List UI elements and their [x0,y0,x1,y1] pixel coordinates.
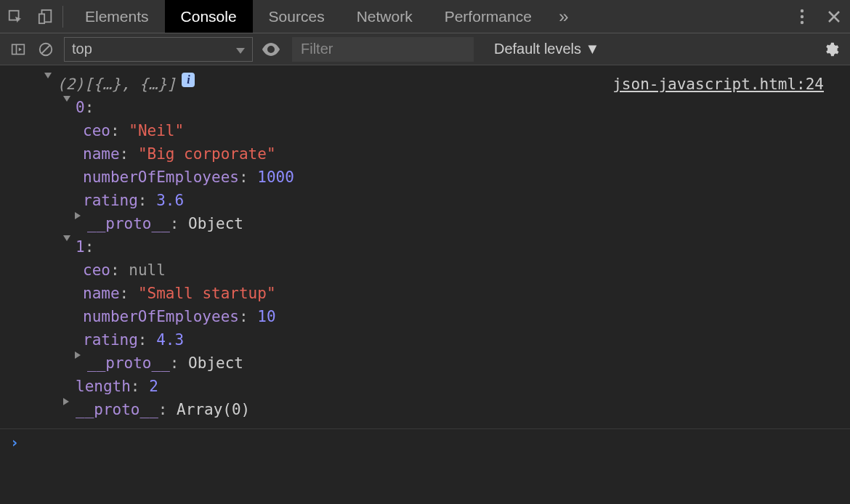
colon: : [239,305,248,328]
svg-line-12 [42,45,50,53]
context-selector[interactable]: top [64,37,253,62]
proto-row[interactable]: __proto__: Object [10,212,840,235]
divider [62,6,63,28]
array-count: (2) [57,73,84,96]
svg-marker-17 [75,212,81,219]
sidebar-toggle-icon[interactable] [4,33,32,65]
array-preview: [{…}, {…}] [84,73,176,96]
svg-rect-2 [39,14,44,23]
prop-key: numberOfEmployees [83,166,239,189]
filter-input[interactable] [292,37,474,62]
colon: : [85,235,94,259]
prop-key: rating [83,328,138,351]
prop-key: numberOfEmployees [83,305,239,328]
svg-point-4 [801,15,804,17]
prop-value: "Small startup" [138,282,276,305]
prop-key: ceo [83,119,110,142]
colon: : [138,328,147,351]
console-output: json-javascript.html:24 (2) [{…}, {…}] i… [0,65,850,428]
tab-console[interactable]: Console [165,0,253,33]
eye-icon[interactable] [257,33,285,65]
log-levels-dropdown[interactable]: Default levels ▼ [487,37,607,62]
devtools-tabs: Elements Console Sources Network Perform… [0,0,850,33]
tab-network[interactable]: Network [341,0,429,33]
triangle-down-icon[interactable] [61,96,73,103]
colon: : [120,282,129,305]
prompt-caret-icon: › [10,434,19,451]
triangle-down-icon[interactable] [42,73,54,80]
clear-console-icon[interactable] [32,33,60,65]
colon: : [239,166,248,189]
prop-key: ceo [83,259,110,282]
inspect-icon[interactable] [0,0,31,33]
index-label: 0 [76,96,85,119]
more-tabs-icon[interactable]: » [548,0,580,33]
prop-row: ceo: "Neil" [10,119,840,142]
colon: : [110,119,120,142]
colon: : [120,142,129,166]
prop-row: rating: 3.6 [10,189,840,212]
colon: : [170,351,179,375]
proto-row[interactable]: __proto__: Object [10,351,840,375]
gear-icon[interactable] [817,41,846,57]
svg-marker-16 [63,96,70,102]
triangle-right-icon[interactable] [73,351,84,359]
svg-point-14 [270,47,273,51]
colon: : [85,96,94,119]
proto-key: __proto__ [87,351,170,375]
prop-value: 4.3 [156,328,184,351]
tab-performance[interactable]: Performance [429,0,548,33]
prop-value: 3.6 [156,189,184,212]
length-row: length: 2 [10,375,840,398]
svg-marker-20 [63,398,69,405]
array-proto-row[interactable]: __proto__: Array(0) [10,398,840,421]
colon: : [170,212,179,235]
index-1-row[interactable]: 1: [10,235,840,259]
prop-value: 10 [257,305,275,328]
triangle-right-icon[interactable] [61,398,73,405]
source-link[interactable]: json-javascript.html:24 [612,73,824,96]
prop-row: rating: 4.3 [10,328,840,351]
device-toggle-icon[interactable] [31,0,61,33]
colon: : [138,189,147,212]
svg-rect-8 [12,44,25,54]
colon: : [131,375,140,398]
prop-key: name [83,282,120,305]
colon: : [158,398,168,421]
info-icon[interactable]: i [182,73,195,87]
prop-value: "Neil" [129,119,184,142]
svg-marker-13 [236,48,245,54]
triangle-right-icon[interactable] [73,212,84,219]
svg-point-5 [801,20,804,23]
colon: : [110,259,120,282]
proto-value: Array(0) [177,398,250,421]
length-key: length [76,375,131,398]
tab-sources[interactable]: Sources [253,0,341,33]
prop-row: name: "Big corporate" [10,142,840,166]
svg-marker-15 [44,73,52,78]
kebab-menu-icon[interactable] [786,0,818,33]
index-0-row[interactable]: 0: [10,96,840,119]
prop-row: numberOfEmployees: 1000 [10,166,840,189]
prop-key: name [83,142,120,166]
prop-row: ceo: null [10,259,840,282]
proto-value: Object [188,351,243,375]
tab-elements[interactable]: Elements [69,0,165,33]
svg-marker-10 [19,47,22,51]
chevron-down-icon [236,41,245,57]
triangle-down-icon[interactable] [61,235,73,243]
proto-value: Object [188,212,243,235]
svg-marker-18 [63,235,70,241]
proto-key: __proto__ [87,212,170,235]
prop-key: rating [83,189,138,212]
index-label: 1 [76,235,85,259]
prop-value: "Big corporate" [138,142,276,166]
length-value: 2 [149,375,158,398]
console-toolbar: top Default levels ▼ [0,33,850,65]
svg-point-3 [801,9,804,12]
close-icon[interactable] [818,0,850,33]
console-prompt[interactable]: › [0,428,850,455]
context-label: top [72,41,92,57]
proto-key: __proto__ [76,398,158,421]
prop-value: null [129,259,166,282]
